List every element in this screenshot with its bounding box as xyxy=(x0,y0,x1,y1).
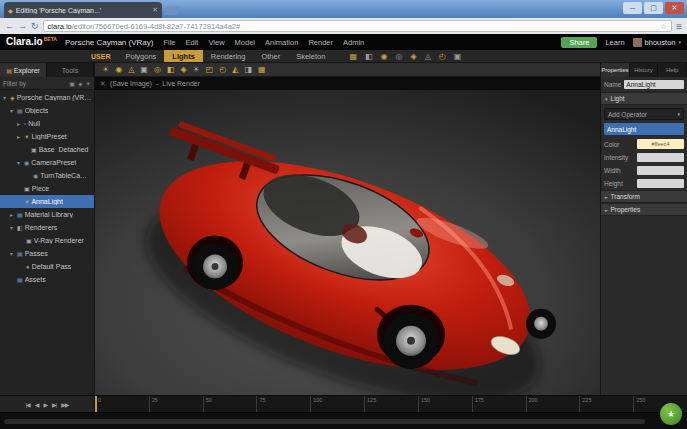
step-forward-button[interactable]: ▶| xyxy=(52,401,56,408)
tree-item-default-pass[interactable]: ●Default Pass xyxy=(0,260,94,273)
add-operator-dropdown[interactable]: Add Operator ▾ xyxy=(604,108,684,120)
tab-polygons[interactable]: Polygons xyxy=(117,50,164,62)
help-bubble[interactable]: ★ xyxy=(660,403,682,425)
tab-explorer[interactable]: ▤Explorer xyxy=(0,63,47,77)
browser-menu-button[interactable]: ≡ xyxy=(676,21,682,32)
sky-light-icon[interactable]: ◎ xyxy=(154,65,161,74)
ies-light-icon[interactable]: ◈ xyxy=(180,65,186,74)
spot-light-icon[interactable]: ◉ xyxy=(115,65,122,74)
user-menu[interactable]: bhouston ▾ xyxy=(633,38,681,47)
expand-arrow-icon[interactable]: ▾ xyxy=(1,94,8,101)
tree-item-base-detached[interactable]: ▣Base_Detached xyxy=(0,143,94,156)
browser-tab[interactable]: ◆ Editing 'Porsche Cayman...' ✕ xyxy=(4,2,162,18)
tree-item-material-library[interactable]: ▸▤Material Library xyxy=(0,208,94,221)
color-swatch[interactable]: #ffeec4 xyxy=(637,139,684,149)
tree-item-piece[interactable]: ▣Piece xyxy=(0,182,94,195)
learn-button[interactable]: Learn xyxy=(605,38,624,47)
menu-animation[interactable]: Animation xyxy=(265,38,298,47)
tree-item-null[interactable]: ▸▫Null xyxy=(0,117,94,130)
tab-help[interactable]: Help xyxy=(658,63,687,77)
directional-light-icon[interactable]: ◬ xyxy=(128,65,134,74)
intensity-input[interactable] xyxy=(637,153,684,162)
tree-item-vray-renderer[interactable]: ▣V-Ray Renderer xyxy=(0,234,94,247)
transform-section-header[interactable]: ▸ Transform xyxy=(601,190,687,203)
exposure-icon[interactable]: ◨ xyxy=(244,65,252,74)
expand-arrow-icon[interactable]: ▾ xyxy=(15,159,22,166)
filter-materials-icon[interactable]: ◈ xyxy=(78,80,83,87)
menu-file[interactable]: File xyxy=(163,38,175,47)
bookmark-star-icon[interactable]: ☆ xyxy=(660,22,667,31)
tab-lights[interactable]: Lights xyxy=(164,50,203,62)
new-tab-button[interactable] xyxy=(164,6,180,15)
menu-render[interactable]: Render xyxy=(308,38,333,47)
operator-item-annalight[interactable]: AnnaLight xyxy=(604,123,684,135)
light-section-header[interactable]: ▾ Light xyxy=(601,92,687,105)
filter-objects-icon[interactable]: ▣ xyxy=(69,80,75,87)
material-icon[interactable]: ◈ xyxy=(410,52,416,61)
name-input[interactable]: AnnaLight xyxy=(624,80,684,89)
tab-tools[interactable]: Tools xyxy=(47,63,94,77)
sun-light-icon[interactable]: ☀ xyxy=(193,65,200,74)
go-to-end-button[interactable]: ▶▶ xyxy=(61,401,68,408)
window-minimize-button[interactable]: ─ xyxy=(623,2,642,14)
tab-rendering[interactable]: Rendering xyxy=(203,50,254,62)
expand-arrow-icon[interactable]: ▾ xyxy=(8,107,15,114)
url-field[interactable]: clara.io /editor/756670ed-6169-4d8f-82a7… xyxy=(43,20,673,32)
tree-item-annalight[interactable]: ☀AnnaLight xyxy=(0,195,94,208)
expand-arrow-icon[interactable]: ▾ xyxy=(8,224,15,231)
tab-skeleton[interactable]: Skeleton xyxy=(288,50,333,62)
grid-icon[interactable]: ▣ xyxy=(454,52,462,61)
share-button[interactable]: Share xyxy=(561,37,597,48)
save-image-link[interactable]: (Save Image) xyxy=(110,80,152,87)
light-link-icon[interactable]: ◴ xyxy=(219,65,226,74)
reload-button[interactable]: ↻ xyxy=(31,22,39,31)
tab-close-icon[interactable]: ✕ xyxy=(152,6,158,14)
tab-properties[interactable]: Properties xyxy=(601,63,630,77)
menu-edit[interactable]: Edit xyxy=(186,38,199,47)
area-light-icon[interactable]: ▣ xyxy=(140,65,148,74)
menu-admin[interactable]: Admin xyxy=(343,38,364,47)
point-light-icon[interactable]: ☀ xyxy=(102,65,109,74)
window-maximize-button[interactable]: ▢ xyxy=(644,2,663,14)
tab-other[interactable]: Other xyxy=(253,50,288,62)
settings-icon[interactable]: ◬ xyxy=(425,52,431,61)
menu-model[interactable]: Model xyxy=(235,38,255,47)
forward-button[interactable]: → xyxy=(18,22,27,31)
shadow-icon[interactable]: ◭ xyxy=(232,65,238,74)
clara-logo[interactable]: Clara.ioBETA xyxy=(6,36,57,47)
back-button[interactable]: ← xyxy=(5,22,14,31)
close-render-icon[interactable]: ✕ xyxy=(100,80,106,88)
expand-arrow-icon[interactable]: ▾ xyxy=(8,250,15,257)
tree-item-turntablecamera[interactable]: ◉TurnTableCamera xyxy=(0,169,94,182)
tree-item-passes[interactable]: ▾▤Passes xyxy=(0,247,94,260)
tree-item-assets[interactable]: ▤Assets xyxy=(0,273,94,286)
window-close-button[interactable]: ✕ xyxy=(665,2,684,14)
timeline-ruler[interactable]: 0 25 50 75 100 125 150 175 200 225 250 xyxy=(95,396,687,412)
horizontal-scrollbar[interactable] xyxy=(4,419,645,424)
expand-arrow-icon[interactable]: ▸ xyxy=(8,211,15,218)
menu-view[interactable]: View xyxy=(208,38,224,47)
properties-section-header[interactable]: ▸ Properties xyxy=(601,203,687,216)
render-viewport[interactable] xyxy=(95,90,600,395)
render-icon[interactable]: ◉ xyxy=(381,52,388,61)
play-button[interactable]: ▶ xyxy=(43,401,47,408)
step-back-button[interactable]: ◀ xyxy=(35,401,39,408)
height-input[interactable] xyxy=(637,179,684,188)
expand-arrow-icon[interactable]: ▸ xyxy=(15,133,22,140)
expand-arrow-icon[interactable]: ▸ xyxy=(15,120,22,127)
light-target-icon[interactable]: ◰ xyxy=(206,65,214,74)
tab-history[interactable]: History xyxy=(630,63,659,77)
snap-grid-icon[interactable]: ▦ xyxy=(349,52,357,61)
ambient-light-icon[interactable]: ◧ xyxy=(167,65,175,74)
environment-icon[interactable]: ▦ xyxy=(258,65,266,74)
tab-user-palette[interactable]: USER xyxy=(84,50,117,62)
go-to-start-button[interactable]: |◀ xyxy=(26,401,30,408)
tree-item-renderers[interactable]: ▾◧Renderers xyxy=(0,221,94,234)
playhead[interactable] xyxy=(95,396,97,412)
filter-lights-icon[interactable]: ☀ xyxy=(86,80,91,87)
tree-item-lightpreset[interactable]: ▸☀LightPreset xyxy=(0,130,94,143)
tree-item-scene-root[interactable]: ▾◈Porsche Cayman (VRay) xyxy=(0,91,94,104)
magnet-icon[interactable]: ◧ xyxy=(365,52,373,61)
width-input[interactable] xyxy=(637,166,684,175)
car-render[interactable] xyxy=(95,90,600,395)
